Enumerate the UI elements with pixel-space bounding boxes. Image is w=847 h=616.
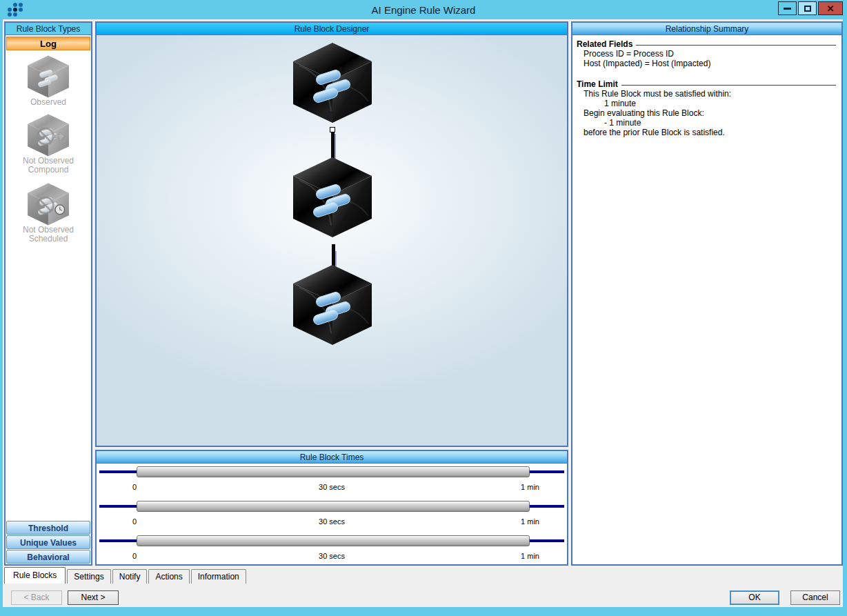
- relationship-summary-header: Relationship Summary: [572, 23, 841, 35]
- category-buttons: Threshold Unique Values Behavioral: [6, 520, 91, 564]
- section-divider: [621, 85, 836, 86]
- window-title: AI Engine Rule Wizard: [0, 4, 847, 16]
- tab-actions[interactable]: Actions: [148, 569, 189, 584]
- maximize-icon: [804, 6, 811, 12]
- tab-information[interactable]: Information: [191, 569, 246, 584]
- rule-block-type-label: Observed: [30, 98, 66, 107]
- window-border-bottom: [0, 607, 847, 616]
- not-observed-scheduled-icon: [26, 183, 70, 226]
- slider-3-mid-label: 30 secs: [97, 552, 567, 560]
- relationship-summary-panel: Relationship Summary Related Fields Proc…: [571, 21, 843, 566]
- category-behavioral-button[interactable]: Behavioral: [6, 550, 90, 564]
- maximize-button[interactable]: [798, 1, 817, 15]
- slider-1-max-label: 1 min: [521, 483, 539, 491]
- category-unique-values-button[interactable]: Unique Values: [6, 535, 90, 549]
- rule-block-type-not-observed-scheduled[interactable]: Not Observed Scheduled: [23, 183, 74, 244]
- related-fields-title: Related Fields: [577, 39, 632, 49]
- observed-cube-icon: [26, 55, 70, 98]
- slider-range-3[interactable]: [137, 535, 530, 546]
- rule-block-times-header: Rule Block Times: [97, 451, 567, 464]
- rule-block-designer-header: Rule Block Designer: [97, 23, 567, 35]
- time-limit-line: - 1 minute: [577, 119, 837, 128]
- slider-range-2[interactable]: [137, 501, 530, 512]
- back-button[interactable]: < Back: [11, 590, 62, 605]
- window-border-left: [0, 19, 3, 607]
- rule-block-types-panel: Rule Block Types Log Observed Not Observ…: [4, 21, 92, 566]
- designer-canvas[interactable]: [97, 35, 567, 446]
- slider-2-max-label: 1 min: [521, 517, 539, 526]
- slider-1-mid-label: 30 secs: [97, 483, 567, 491]
- rule-block-type-not-observed-compound[interactable]: Not Observed Compound: [23, 114, 74, 175]
- time-limit-line: This Rule Block must be satisfied within…: [577, 90, 837, 99]
- slider-3-max-label: 1 min: [521, 552, 539, 560]
- minimize-button[interactable]: [778, 1, 797, 15]
- time-limit-title: Time Limit: [577, 79, 618, 89]
- not-observed-compound-icon: [26, 114, 70, 157]
- rule-block-times-panel: Rule Block Times 0 30 secs 1 min 0 30 se…: [95, 450, 568, 566]
- tab-notify[interactable]: Notify: [112, 569, 148, 584]
- related-field-line: Host (Impacted) = Host (Impacted): [577, 59, 837, 68]
- cancel-button[interactable]: Cancel: [790, 590, 840, 605]
- time-limit-line: 1 minute: [577, 99, 837, 108]
- minimize-icon: [784, 8, 791, 10]
- tab-rule-blocks[interactable]: Rule Blocks: [4, 567, 66, 584]
- section-divider: [636, 45, 836, 46]
- rule-block-type-observed[interactable]: Observed: [26, 55, 70, 107]
- rule-block-designer-panel: Rule Block Designer: [95, 21, 568, 447]
- category-log-button[interactable]: Log: [6, 37, 90, 50]
- close-icon: ✕: [827, 3, 835, 14]
- slider-2-mid-label: 30 secs: [97, 517, 567, 526]
- rule-block-1[interactable]: [291, 42, 374, 123]
- connector-handle-top[interactable]: [330, 127, 335, 132]
- rule-block-type-label2: Scheduled: [29, 235, 68, 244]
- clock-icon: [55, 205, 65, 215]
- close-button[interactable]: ✕: [818, 1, 843, 15]
- window-border-right: [843, 19, 847, 607]
- slider-range-1[interactable]: [137, 466, 530, 477]
- rule-block-type-list: Observed Not Observed Compound Not Obser…: [6, 52, 91, 244]
- time-limit-line: Begin evaluating this Rule Block:: [577, 109, 837, 118]
- wizard-tab-strip: Rule Blocks Settings Notify Actions Info…: [4, 567, 246, 584]
- time-limit-line: before the prior Rule Block is satisfied…: [577, 128, 837, 137]
- rule-block-type-label2: Compound: [28, 166, 69, 175]
- rule-block-3[interactable]: [291, 264, 374, 346]
- category-threshold-button[interactable]: Threshold: [6, 521, 90, 535]
- related-field-line: Process ID = Process ID: [577, 50, 837, 59]
- rule-block-2[interactable]: [291, 157, 374, 238]
- relationship-summary-body: Related Fields Process ID = Process ID H…: [572, 35, 841, 141]
- ok-button[interactable]: OK: [730, 590, 779, 605]
- tab-settings[interactable]: Settings: [67, 569, 110, 584]
- next-button[interactable]: Next >: [68, 590, 119, 605]
- rule-block-times-body: 0 30 secs 1 min 0 30 secs 1 min 0 30 sec…: [97, 464, 567, 564]
- title-bar: AI Engine Rule Wizard ✕: [0, 0, 847, 19]
- rule-block-types-header: Rule Block Types: [6, 23, 91, 35]
